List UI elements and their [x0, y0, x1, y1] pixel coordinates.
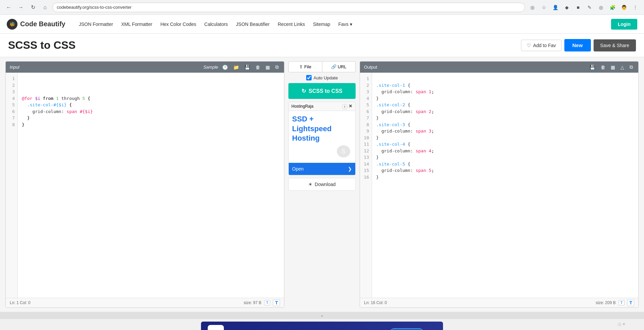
output-footer: Ln: 16 Col: 0 size: 209 B T T [360, 298, 638, 307]
output-upload-button[interactable]: △ [619, 64, 626, 71]
menu-button[interactable]: ⋮ [631, 3, 640, 12]
ad-controls: i ✕ [342, 103, 353, 109]
input-panel: Input Sample 🕐 📁 💾 🗑 ▦ ⧉ 12345678 @for $… [5, 61, 284, 308]
ad-logo-icon: S [335, 145, 352, 158]
logo[interactable]: 🐝 Code Beautify [7, 19, 65, 30]
output-font-decrease-button[interactable]: T [618, 300, 625, 305]
output-copy-button[interactable]: ▦ [609, 64, 616, 71]
output-body: 12345678910111213141516 .site-col-1 { gr… [360, 73, 638, 298]
output-size: size: 209 B [596, 300, 615, 305]
ad-body: SSD + Lightspeed Hosting S [289, 111, 355, 163]
output-line-numbers: 12345678910111213141516 [360, 73, 372, 298]
history-button[interactable]: 🕐 [221, 64, 229, 71]
nav-json-formatter[interactable]: JSON Formatter [79, 22, 113, 27]
nav-json-beautifier[interactable]: JSON Beautifier [236, 22, 270, 27]
download-button[interactable]: ☀ Download [288, 178, 356, 191]
link-icon: 🔗 [331, 64, 336, 69]
output-delete-button[interactable]: 🗑 [599, 64, 607, 71]
extension1-button[interactable]: ◆ [562, 3, 571, 12]
input-body: 12345678 @for $i from 1 through 5 { .sit… [6, 73, 284, 298]
nav-favs[interactable]: Favs ▾ [338, 22, 352, 27]
refresh-button[interactable]: ↻ [28, 3, 38, 12]
url-button[interactable]: 🔗 URL [322, 61, 356, 72]
file-button[interactable]: ⇧ File [288, 61, 322, 72]
extension2-button[interactable]: ■ [573, 3, 583, 12]
ad-title: SSD + Lightspeed Hosting [292, 114, 352, 143]
login-button[interactable]: Login [611, 19, 637, 30]
convert-button[interactable]: ↻ SCSS to CSS [288, 83, 356, 99]
home-button[interactable]: ⌂ [40, 3, 50, 12]
output-footer-right: size: 209 B T T [596, 299, 634, 306]
save-button[interactable]: 💾 [243, 64, 251, 71]
ad-close-button[interactable]: ✕ [349, 103, 353, 109]
input-position: Ln: 1 Col: 0 [10, 300, 30, 305]
extensions-button[interactable]: ◎ [528, 3, 537, 12]
ad-close-icon[interactable]: ✕ [622, 322, 625, 327]
header-actions: ♡ Add to Fav New Save & Share [521, 39, 636, 51]
output-fullscreen-button[interactable]: ⧉ [628, 64, 634, 71]
heart-icon: ♡ [527, 43, 531, 48]
nav-links: JSON Formatter XML Formatter Hex Color C… [79, 22, 611, 27]
pen-button[interactable]: ✎ [585, 3, 594, 12]
input-code[interactable]: @for $i from 1 through 5 { .site-col-#{$… [18, 73, 284, 298]
font-decrease-button[interactable]: T [264, 300, 271, 305]
input-line-numbers: 12345678 [6, 73, 18, 298]
ad-provider: HostingRaja [291, 104, 313, 109]
nav-recent-links[interactable]: Recent Links [278, 22, 305, 27]
svg-text:S: S [341, 148, 346, 155]
fullscreen-button[interactable]: ⧉ [274, 64, 280, 71]
ad-open-button[interactable]: Open ❯ [289, 163, 355, 175]
new-button[interactable]: New [564, 39, 591, 51]
save-share-button[interactable]: Save & Share [594, 39, 636, 51]
output-font-increase-button[interactable]: T [627, 299, 634, 306]
ad-info-icon[interactable]: ⓘ [618, 322, 621, 327]
output-toolbar: 💾 🗑 ▦ △ ⧉ [588, 64, 634, 71]
input-footer: Ln: 1 Col: 0 size: 97 B T T [6, 298, 284, 307]
puzzle-button[interactable]: 🧩 [608, 3, 617, 12]
address-bar[interactable]: codebeautify.org/scss-to-css-converter [52, 3, 525, 12]
output-header: Output 💾 🗑 ▦ △ ⧉ [360, 62, 638, 73]
profile-button[interactable]: 👤 [551, 3, 560, 12]
convert-icon: ↻ [301, 88, 306, 94]
add-to-fav-button[interactable]: ♡ Add to Fav [521, 40, 562, 51]
nav-sitemap[interactable]: Sitemap [313, 22, 330, 27]
output-code: .site-col-1 { grid-column: span 1; } .si… [372, 73, 638, 298]
bottom-banner: 🏔 FREE SKILLS START HERE. Learn for free… [0, 319, 644, 330]
output-position: Ln: 16 Col: 0 [364, 300, 387, 305]
chevron-down-icon: ⌄ [320, 313, 324, 318]
back-button[interactable]: ← [4, 3, 13, 12]
avatar-button[interactable]: 👨 [619, 3, 629, 12]
banner-wrapper: 🏔 FREE SKILLS START HERE. Learn for free… [5, 322, 639, 330]
browser-icons: ◎ ☆ 👤 ◆ ■ ✎ ◎ 🧩 👨 ⋮ [528, 3, 640, 12]
extension3-button[interactable]: ◎ [596, 3, 606, 12]
top-nav: 🐝 Code Beautify JSON Formatter XML Forma… [0, 15, 644, 34]
nav-hex-color[interactable]: Hex Color Codes [160, 22, 196, 27]
ad-panel: HostingRaja i ✕ SSD + Lightspeed Hosting… [288, 102, 356, 175]
sample-label: Sample [203, 65, 218, 70]
copy-button[interactable]: ▦ [264, 64, 271, 71]
delete-button[interactable]: 🗑 [254, 64, 261, 71]
output-save-button[interactable]: 💾 [588, 64, 597, 71]
page-title: SCSS to CSS [8, 39, 76, 51]
main-content: Input Sample 🕐 📁 💾 🗑 ▦ ⧉ 12345678 @for $… [0, 57, 644, 312]
input-header: Input Sample 🕐 📁 💾 🗑 ▦ ⧉ [6, 62, 284, 73]
file-url-buttons: ⇧ File 🔗 URL [288, 61, 356, 72]
nav-calculators[interactable]: Calculators [204, 22, 228, 27]
nav-xml-formatter[interactable]: XML Formatter [121, 22, 152, 27]
auto-update-row: Auto Update [306, 75, 338, 80]
collapse-button[interactable]: ⌄ [0, 312, 644, 319]
browser-chrome: ← → ↻ ⌂ codebeautify.org/scss-to-css-con… [0, 0, 644, 15]
ad-info-button[interactable]: i [342, 104, 348, 109]
open-folder-button[interactable]: 📁 [232, 64, 240, 71]
auto-update-checkbox[interactable] [306, 75, 312, 80]
logo-icon: 🐝 [7, 19, 17, 30]
logo-text: Code Beautify [20, 20, 65, 28]
forward-button[interactable]: → [16, 3, 26, 12]
star-button[interactable]: ☆ [539, 3, 549, 12]
output-panel: Output 💾 🗑 ▦ △ ⧉ 12345678910111213141516… [360, 61, 639, 308]
learn-free-button[interactable]: Learn for free [390, 328, 424, 330]
font-increase-button[interactable]: T [273, 299, 280, 306]
download-icon: ☀ [308, 182, 313, 187]
upload-icon: ⇧ [299, 64, 303, 69]
ad-header: HostingRaja i ✕ [289, 102, 355, 111]
